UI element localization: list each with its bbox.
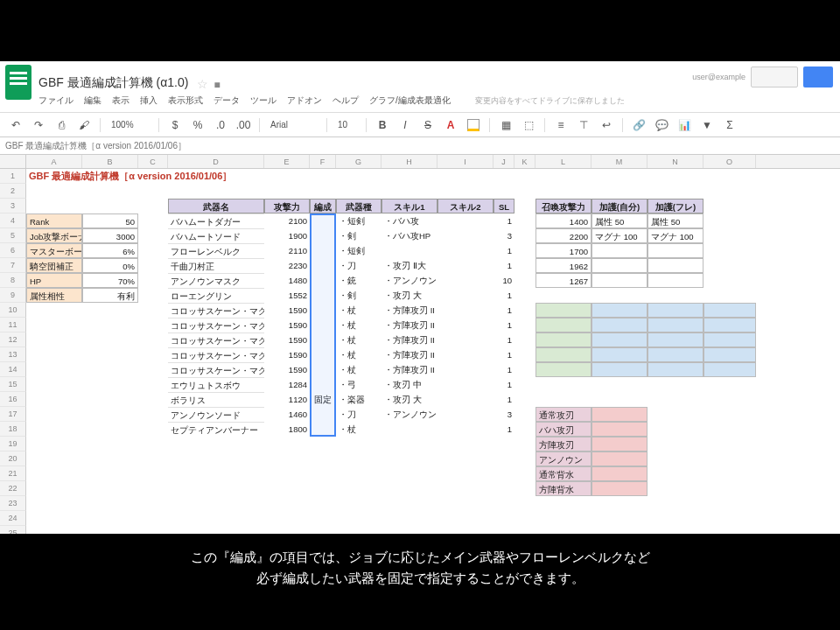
col-header-B[interactable]: B [82, 155, 138, 168]
weapon-skill2[interactable] [438, 392, 494, 407]
comments-button[interactable] [751, 66, 798, 88]
functions-icon[interactable]: Σ [721, 116, 738, 134]
summon-own[interactable]: 属性 50 [592, 214, 648, 228]
row-header[interactable]: 17 [0, 407, 26, 422]
row-header[interactable]: 23 [0, 496, 26, 511]
weapon-type[interactable]: ・剣 [336, 288, 382, 303]
param-value[interactable]: 0% [82, 258, 138, 273]
result-value[interactable] [592, 407, 648, 422]
currency-icon[interactable]: $ [166, 116, 184, 134]
weapon-skill2[interactable] [438, 377, 494, 392]
percent-icon[interactable]: % [189, 116, 206, 134]
row-header[interactable]: 9 [0, 288, 26, 303]
summon-fr[interactable] [648, 273, 704, 288]
weapon-sl[interactable]: 3 [494, 407, 514, 422]
bold-icon[interactable]: B [374, 116, 391, 134]
weapon-name[interactable]: バハムートダガー [168, 214, 264, 228]
increase-decimal-icon[interactable]: .00 [234, 116, 252, 134]
row-header[interactable]: 10 [0, 303, 26, 318]
weapon-skill2[interactable] [438, 407, 494, 422]
weapon-skill1[interactable]: ・攻刃 Ⅱ大 [382, 258, 438, 273]
calc-cell[interactable] [648, 318, 704, 332]
row-header[interactable]: 18 [0, 422, 26, 437]
calc-cell[interactable] [704, 347, 756, 362]
weapon-sl[interactable]: 1 [494, 288, 514, 303]
row-header[interactable]: 21 [0, 466, 26, 481]
row-header[interactable]: 22 [0, 481, 26, 496]
param-value[interactable]: 50 [82, 214, 138, 228]
borders-icon[interactable]: ▦ [497, 116, 514, 134]
col-header-A[interactable]: A [26, 155, 82, 168]
menu-format[interactable]: 表示形式 [168, 94, 203, 107]
weapon-name[interactable]: アンノウンソード [168, 407, 264, 422]
weapon-type[interactable]: ・短剣 [336, 243, 382, 258]
weapon-name[interactable]: コロッサスケーン・マグナ a [168, 347, 264, 362]
menu-edit[interactable]: 編集 [84, 94, 102, 107]
weapon-sl[interactable]: 1 [494, 362, 514, 377]
weapon-sl[interactable]: 3 [494, 228, 514, 243]
result-value[interactable] [592, 452, 648, 466]
weapon-skill2[interactable] [438, 332, 494, 347]
weapon-sl[interactable]: 1 [494, 332, 514, 347]
weapon-skill2[interactable] [438, 303, 494, 318]
summon-own[interactable] [592, 273, 648, 288]
weapon-skill1[interactable]: ・バハ攻HP [382, 228, 438, 243]
paint-format-icon[interactable]: 🖌 [75, 116, 93, 134]
comment-icon[interactable]: 💬 [653, 116, 670, 134]
weapon-type[interactable]: ・短剣 [336, 214, 382, 228]
weapon-sl[interactable]: 10 [494, 273, 514, 288]
weapon-skill1[interactable]: ・方陣攻刃 II [382, 332, 438, 347]
menu-addons[interactable]: アドオン [287, 94, 322, 107]
fill-color-icon[interactable] [465, 116, 482, 134]
weapon-skill1[interactable]: ・攻刃 中 [382, 377, 438, 392]
weapon-skill2[interactable] [438, 318, 494, 332]
menu-tools[interactable]: ツール [250, 94, 276, 107]
weapon-atk[interactable]: 2110 [264, 243, 310, 258]
weapon-skill2[interactable] [438, 288, 494, 303]
calc-cell[interactable] [536, 332, 592, 347]
weapon-atk[interactable]: 1800 [264, 422, 310, 437]
weapon-skill1[interactable]: ・方陣攻刃 II [382, 347, 438, 362]
weapon-skill2[interactable] [438, 422, 494, 437]
weapon-atk[interactable]: 2230 [264, 258, 310, 273]
weapon-name[interactable]: ボラリス [168, 392, 264, 407]
weapon-skill2[interactable] [438, 273, 494, 288]
col-header-N[interactable]: N [648, 155, 704, 168]
weapon-name[interactable]: 千曲刀村正 [168, 258, 264, 273]
weapon-type[interactable]: ・楽器 [336, 392, 382, 407]
menu-help[interactable]: ヘルプ [332, 94, 359, 107]
menu-insert[interactable]: 挿入 [140, 94, 158, 107]
weapon-skill2[interactable] [438, 258, 494, 273]
link-icon[interactable]: 🔗 [630, 116, 648, 134]
sheets-logo-icon[interactable] [5, 65, 32, 100]
weapon-type[interactable]: ・杖 [336, 422, 382, 437]
undo-icon[interactable]: ↶ [7, 116, 24, 134]
summon-atk[interactable]: 1400 [536, 214, 592, 228]
valign-icon[interactable]: ⊤ [575, 116, 592, 134]
zoom-select[interactable]: 100% [108, 116, 151, 134]
weapon-skill2[interactable] [438, 228, 494, 243]
formula-bar[interactable]: GBF 最適編成計算機［α version 2016/01/06］ [0, 137, 840, 155]
weapon-type[interactable]: ・刀 [336, 258, 382, 273]
calc-cell[interactable] [704, 332, 756, 347]
weapon-sl[interactable]: 1 [494, 258, 514, 273]
col-header-C[interactable]: C [138, 155, 168, 168]
decrease-decimal-icon[interactable]: .0 [212, 116, 229, 134]
menu-file[interactable]: ファイル [38, 94, 74, 107]
weapon-type[interactable]: ・杖 [336, 347, 382, 362]
share-button[interactable] [803, 66, 833, 88]
weapon-skill1[interactable]: ・アンノウン [382, 273, 438, 288]
wrap-icon[interactable]: ↩ [598, 116, 615, 134]
weapon-skill1[interactable]: ・アンノウン [382, 407, 438, 422]
row-header[interactable]: 3 [0, 199, 26, 214]
menu-view[interactable]: 表示 [112, 94, 130, 107]
summon-own[interactable] [592, 243, 648, 258]
row-header[interactable]: 12 [0, 332, 26, 347]
weapon-skill2[interactable] [438, 362, 494, 377]
param-value[interactable]: 6% [82, 243, 138, 258]
col-header-M[interactable]: M [592, 155, 648, 168]
row-header[interactable]: 19 [0, 437, 26, 452]
grid[interactable]: 1234567891011121314151617181920212223242… [0, 169, 840, 535]
weapon-skill2[interactable] [438, 214, 494, 228]
print-icon[interactable]: ⎙ [52, 116, 70, 134]
